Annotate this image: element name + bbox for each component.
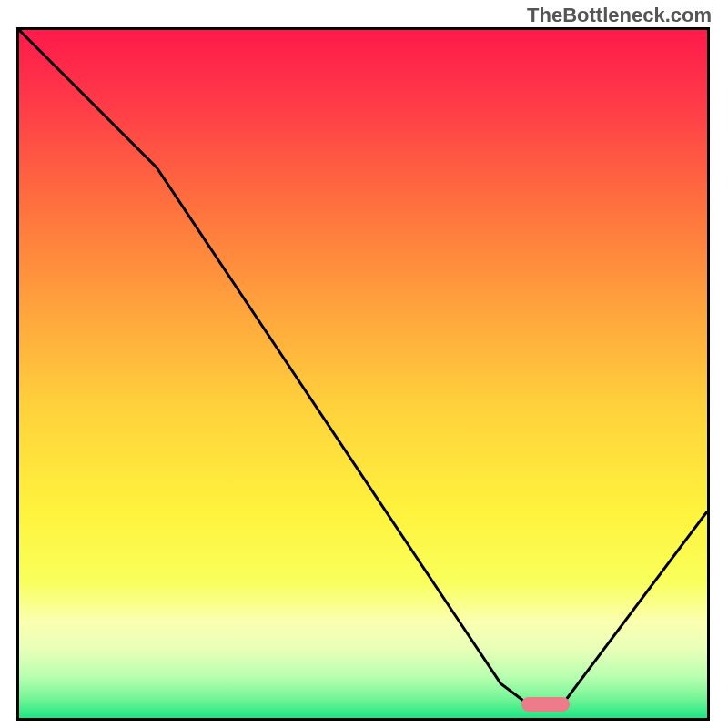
highlight-marker [521, 697, 570, 712]
curve-line [19, 30, 707, 718]
chart-container: TheBottleneck.com [0, 0, 728, 728]
watermark-text: TheBottleneck.com [527, 4, 712, 27]
chart-frame [16, 27, 710, 721]
